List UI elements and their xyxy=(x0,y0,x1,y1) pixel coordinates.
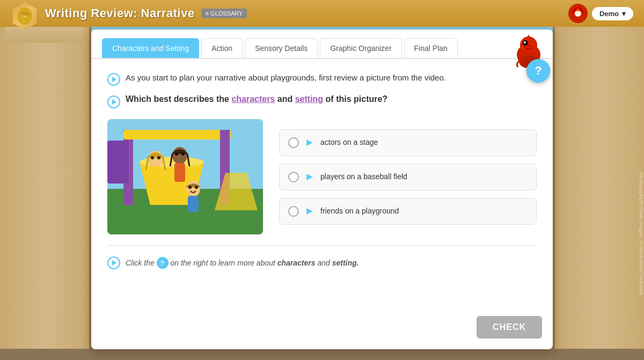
svg-marker-39 xyxy=(306,208,313,215)
app-logo xyxy=(11,2,39,30)
option-text-1: actors on a stage xyxy=(320,137,378,147)
svg-point-30 xyxy=(181,152,185,156)
svg-rect-28 xyxy=(174,163,185,182)
instruction-text-1: As you start to plan your narrative abou… xyxy=(126,72,446,84)
svg-rect-32 xyxy=(188,196,199,212)
help-button[interactable]: ? xyxy=(526,59,550,83)
svg-point-10 xyxy=(524,41,526,43)
help-inline-icon: ? xyxy=(157,257,169,269)
scene-image xyxy=(107,119,263,234)
demo-label: Demo xyxy=(599,10,619,18)
tab-final-plan[interactable]: Final Plan xyxy=(404,38,458,58)
image-credit: Photography/E+/Getty Images; ©iStockphot… xyxy=(639,173,644,295)
radio-3[interactable] xyxy=(288,206,299,217)
main-content-panel: Characters and Setting Action Sensory De… xyxy=(91,30,553,349)
option-baseball-field[interactable]: players on a baseball field xyxy=(279,164,537,190)
option-actors-stage[interactable]: actors on a stage xyxy=(279,129,537,156)
svg-point-25 xyxy=(151,156,154,159)
svg-marker-13 xyxy=(112,77,116,82)
svg-point-33 xyxy=(188,186,192,189)
app-title: Writing Review: Narrative xyxy=(45,6,195,20)
audio-icon-2[interactable] xyxy=(107,95,120,108)
right-column-decoration: Photography/E+/Getty Images; ©iStockphot… xyxy=(553,27,644,349)
bottom-instruction-text: Click the ? on the right to learn more a… xyxy=(126,257,358,269)
tab-graphic-organizer[interactable]: Graphic Organizer xyxy=(320,38,401,58)
svg-marker-37 xyxy=(306,139,313,146)
characters-link[interactable]: characters xyxy=(231,94,275,104)
tab-characters-setting[interactable]: Characters and Setting xyxy=(102,38,199,58)
svg-point-34 xyxy=(195,186,198,189)
svg-point-31 xyxy=(186,181,200,197)
demo-menu-button[interactable]: Demo ▾ xyxy=(592,7,633,20)
svg-marker-15 xyxy=(112,99,116,105)
option-audio-icon-2[interactable] xyxy=(304,172,315,182)
svg-marker-38 xyxy=(306,174,313,180)
tab-sensory-details[interactable]: Sensory Details xyxy=(245,38,318,58)
radio-2[interactable] xyxy=(288,172,299,182)
setting-link[interactable]: setting xyxy=(295,94,323,104)
audio-icon-1[interactable] xyxy=(107,73,120,86)
playground-scene-svg xyxy=(107,119,263,234)
answer-options: actors on a stage players on a baseball … xyxy=(279,119,537,234)
option-text-2: players on a baseball field xyxy=(320,172,407,181)
glossary-button[interactable]: ≡ GLOSSARY xyxy=(201,9,247,18)
content-divider xyxy=(107,245,537,246)
svg-rect-19 xyxy=(123,130,231,139)
ground-decoration xyxy=(0,349,644,360)
svg-marker-41 xyxy=(112,260,116,266)
option-audio-icon-3[interactable] xyxy=(304,206,315,217)
option-audio-icon-1[interactable] xyxy=(304,137,315,148)
tab-bar: Characters and Setting Action Sensory De… xyxy=(91,30,553,59)
check-button[interactable]: CHECK xyxy=(477,316,542,339)
chevron-down-icon: ▾ xyxy=(622,10,626,18)
question-text: Which best describes the characters and … xyxy=(126,94,387,104)
option-text-3: friends on a playground xyxy=(320,206,399,216)
audio-icon-3[interactable] xyxy=(107,256,120,269)
helmet-icon xyxy=(15,5,34,27)
instruction-row-2: Which best describes the characters and … xyxy=(107,94,537,108)
svg-point-29 xyxy=(175,152,178,156)
instruction-row-1: As you start to plan your narrative abou… xyxy=(107,72,537,86)
demo-avatar-icon xyxy=(568,4,588,23)
content-area: As you start to plan your narrative abou… xyxy=(91,59,553,282)
svg-rect-24 xyxy=(150,166,161,185)
svg-point-26 xyxy=(157,156,160,159)
bold-characters: characters xyxy=(277,259,316,267)
header-bar: Writing Review: Narrative ≡ GLOSSARY Dem… xyxy=(0,0,644,27)
bottom-instruction: Click the ? on the right to learn more a… xyxy=(107,256,537,269)
option-friends-playground[interactable]: friends on a playground xyxy=(279,198,537,225)
question-area: actors on a stage players on a baseball … xyxy=(107,119,537,234)
radio-1[interactable] xyxy=(288,137,299,148)
left-column-decoration xyxy=(0,27,91,349)
tab-action[interactable]: Action xyxy=(201,38,243,58)
bold-setting: setting. xyxy=(332,259,359,267)
svg-rect-35 xyxy=(107,141,129,183)
